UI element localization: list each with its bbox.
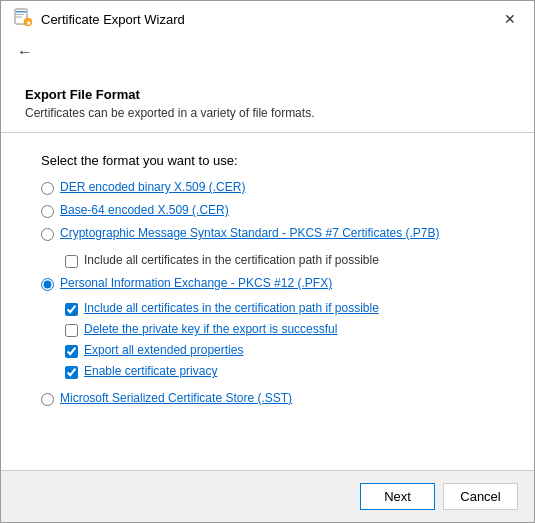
close-button[interactable]: ✕ [498, 7, 522, 31]
svg-rect-1 [16, 11, 26, 13]
format-der[interactable]: DER encoded binary X.509 (.CER) [41, 180, 494, 195]
base64-label[interactable]: Base-64 encoded X.509 (.CER) [60, 203, 229, 217]
sst-radio[interactable] [41, 393, 54, 406]
wizard-icon: ★ [13, 8, 33, 31]
pkcs7-suboptions: Include all certificates in the certific… [65, 253, 494, 268]
nav-bar: ← [1, 37, 534, 71]
pkcs12-enable-privacy-label[interactable]: Enable certificate privacy [84, 364, 217, 378]
pkcs12-export-extended-label[interactable]: Export all extended properties [84, 343, 243, 357]
pkcs12-include-all-checkbox[interactable] [65, 303, 78, 316]
title-left: ★ Certificate Export Wizard [13, 8, 185, 31]
header-title: Export File Format [25, 87, 510, 102]
pkcs12-delete-private-item[interactable]: Delete the private key if the export is … [65, 322, 494, 337]
format-pkcs7[interactable]: Cryptographic Message Syntax Standard - … [41, 226, 494, 241]
svg-rect-3 [16, 16, 22, 17]
format-radio-group: DER encoded binary X.509 (.CER) Base-64 … [41, 180, 494, 406]
pkcs7-include-all-checkbox[interactable] [65, 255, 78, 268]
pkcs12-radio[interactable] [41, 278, 54, 291]
svg-rect-2 [16, 14, 24, 15]
content-area: Export File Format Certificates can be e… [1, 71, 534, 470]
der-label[interactable]: DER encoded binary X.509 (.CER) [60, 180, 245, 194]
pkcs12-include-all-label[interactable]: Include all certificates in the certific… [84, 301, 379, 315]
cancel-button[interactable]: Cancel [443, 483, 518, 510]
base64-radio[interactable] [41, 205, 54, 218]
header-section: Export File Format Certificates can be e… [1, 71, 534, 133]
format-sst[interactable]: Microsoft Serialized Certificate Store (… [41, 391, 494, 406]
back-button[interactable]: ← [13, 41, 37, 63]
dialog-title: Certificate Export Wizard [41, 12, 185, 27]
title-bar: ★ Certificate Export Wizard ✕ [1, 1, 534, 37]
pkcs7-include-all-item[interactable]: Include all certificates in the certific… [65, 253, 494, 268]
pkcs12-delete-private-checkbox[interactable] [65, 324, 78, 337]
format-pkcs12[interactable]: Personal Information Exchange - PKCS #12… [41, 276, 494, 291]
der-radio[interactable] [41, 182, 54, 195]
footer: Next Cancel [1, 470, 534, 522]
pkcs12-include-all-item[interactable]: Include all certificates in the certific… [65, 301, 494, 316]
format-base64[interactable]: Base-64 encoded X.509 (.CER) [41, 203, 494, 218]
header-description: Certificates can be exported in a variet… [25, 106, 510, 120]
main-section: Select the format you want to use: DER e… [1, 133, 534, 470]
sst-label[interactable]: Microsoft Serialized Certificate Store (… [60, 391, 292, 405]
pkcs12-export-extended-item[interactable]: Export all extended properties [65, 343, 494, 358]
section-label: Select the format you want to use: [41, 153, 494, 168]
dialog-window: ★ Certificate Export Wizard ✕ ← Export F… [0, 0, 535, 523]
pkcs7-include-all-label[interactable]: Include all certificates in the certific… [84, 253, 379, 267]
pkcs12-label[interactable]: Personal Information Exchange - PKCS #12… [60, 276, 332, 290]
pkcs12-enable-privacy-checkbox[interactable] [65, 366, 78, 379]
pkcs7-radio[interactable] [41, 228, 54, 241]
next-button[interactable]: Next [360, 483, 435, 510]
pkcs7-label[interactable]: Cryptographic Message Syntax Standard - … [60, 226, 440, 240]
pkcs12-enable-privacy-item[interactable]: Enable certificate privacy [65, 364, 494, 379]
pkcs12-export-extended-checkbox[interactable] [65, 345, 78, 358]
pkcs12-delete-private-label[interactable]: Delete the private key if the export is … [84, 322, 337, 336]
pkcs12-suboptions: Include all certificates in the certific… [65, 301, 494, 379]
